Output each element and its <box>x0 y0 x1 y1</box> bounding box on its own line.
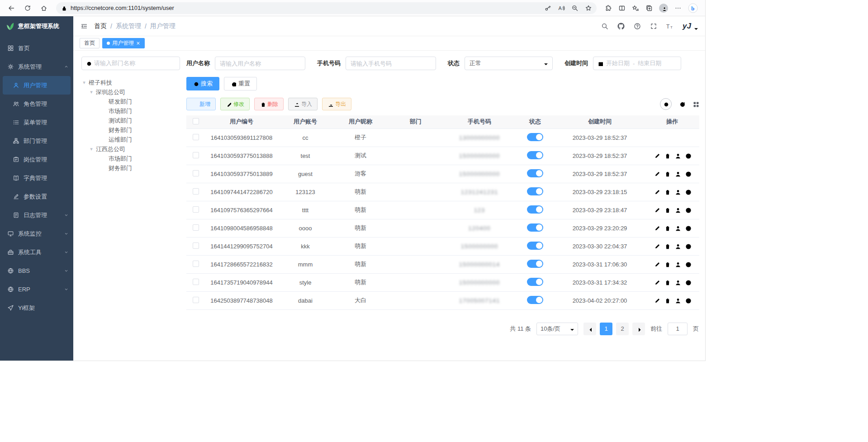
tree-node[interactable]: 运维部门 <box>81 135 180 144</box>
tree-node[interactable]: 研发部门 <box>81 97 180 106</box>
refresh-button[interactable] <box>21 2 34 14</box>
row-checkbox[interactable] <box>193 152 199 158</box>
status-toggle[interactable] <box>527 296 543 304</box>
row-delete-icon[interactable] <box>664 171 670 177</box>
sidebar-item-param[interactable]: 参数设置 <box>0 187 73 206</box>
row-edit-icon[interactable] <box>654 297 660 304</box>
assign-role-icon[interactable] <box>685 297 691 304</box>
row-delete-icon[interactable] <box>664 279 670 285</box>
reset-button[interactable]: 重置 <box>224 77 257 90</box>
page-size-select[interactable]: 10条/页 <box>536 323 578 335</box>
department-search-input[interactable]: 请输入部门名称 <box>81 57 180 70</box>
caret-down-icon[interactable]: ▾ <box>89 89 94 95</box>
favorites-bar-icon[interactable] <box>632 5 639 12</box>
column-settings-button[interactable] <box>693 101 699 107</box>
more-menu-icon[interactable] <box>674 5 682 12</box>
add-button[interactable]: 新增 <box>186 98 216 110</box>
reset-password-icon[interactable] <box>674 189 681 195</box>
sidebar-item-bbs[interactable]: BBS <box>0 261 73 280</box>
home-button[interactable] <box>37 2 51 14</box>
sidebar-item-yi[interactable]: Yi框架 <box>0 299 73 317</box>
phone-input[interactable] <box>346 57 436 70</box>
row-delete-icon[interactable] <box>664 261 670 267</box>
row-checkbox[interactable] <box>193 242 199 249</box>
assign-role-icon[interactable] <box>685 279 691 285</box>
header-search-icon[interactable] <box>601 23 608 30</box>
row-edit-icon[interactable] <box>654 261 660 267</box>
assign-role-icon[interactable] <box>685 189 691 195</box>
created-date-range[interactable]: 开始日期 - 结束日期 <box>593 57 681 70</box>
row-checkbox[interactable] <box>193 297 199 303</box>
tree-node[interactable]: ▾橙子科技 <box>81 78 180 87</box>
status-toggle[interactable] <box>527 260 543 268</box>
sidebar-item-erp[interactable]: ERP <box>0 280 73 299</box>
tree-node[interactable]: ▾江西总公司 <box>81 144 180 154</box>
font-size-icon[interactable]: TT <box>666 23 674 30</box>
breadcrumb-system[interactable]: 系统管理 <box>116 22 141 30</box>
tree-node[interactable]: ▾深圳总公司 <box>81 87 180 97</box>
zoom-out-icon[interactable] <box>571 5 579 12</box>
row-checkbox[interactable] <box>193 224 199 231</box>
sidebar-item-menu[interactable]: 菜单管理 <box>0 113 73 132</box>
status-toggle[interactable] <box>527 242 543 250</box>
sidebar-item-dict[interactable]: 字典管理 <box>0 169 73 187</box>
import-button[interactable]: 导入 <box>288 98 318 110</box>
username-input[interactable] <box>215 57 305 70</box>
tree-node[interactable]: 财务部门 <box>81 163 180 173</box>
row-delete-icon[interactable] <box>664 207 670 213</box>
tree-node[interactable]: 市场部门 <box>81 154 180 163</box>
fullscreen-icon[interactable] <box>650 23 657 30</box>
status-toggle[interactable] <box>527 133 543 141</box>
reset-password-icon[interactable] <box>674 243 681 249</box>
assign-role-icon[interactable] <box>685 171 691 177</box>
row-delete-icon[interactable] <box>664 243 670 249</box>
row-delete-icon[interactable] <box>664 152 670 159</box>
assign-role-icon[interactable] <box>685 152 691 159</box>
jump-page-input[interactable] <box>668 323 688 335</box>
extensions-icon[interactable] <box>605 5 612 12</box>
row-edit-icon[interactable] <box>654 243 660 249</box>
prev-page-button[interactable] <box>583 323 596 335</box>
edit-button[interactable]: 修改 <box>220 98 250 110</box>
tab-user-management[interactable]: 用户管理 <box>102 38 145 48</box>
page-button-2[interactable]: 2 <box>616 323 629 335</box>
row-checkbox[interactable] <box>193 261 199 267</box>
sidebar-item-dept[interactable]: 部门管理 <box>0 132 73 150</box>
status-toggle[interactable] <box>527 187 543 195</box>
add-favorite-icon[interactable] <box>585 5 592 12</box>
back-button[interactable] <box>5 2 18 14</box>
status-toggle[interactable] <box>527 151 543 159</box>
row-edit-icon[interactable] <box>654 207 660 213</box>
row-edit-icon[interactable] <box>654 189 660 195</box>
sidebar-item-log[interactable]: 日志管理 <box>0 206 73 224</box>
page-button-1[interactable]: 1 <box>600 323 612 335</box>
reset-password-icon[interactable] <box>674 297 681 304</box>
sidebar-item-monitor[interactable]: 系统监控 <box>0 224 73 243</box>
select-all-checkbox[interactable] <box>193 118 199 124</box>
copilot-bing-icon[interactable]: b <box>688 3 698 13</box>
breadcrumb-home[interactable]: 首页 <box>94 22 107 30</box>
help-icon[interactable] <box>634 23 641 30</box>
sidebar-item-tools[interactable]: 系统工具 <box>0 243 73 261</box>
read-aloud-icon[interactable]: A <box>558 5 565 12</box>
status-toggle[interactable] <box>527 223 543 232</box>
profile-avatar[interactable] <box>659 4 668 13</box>
sidebar-item-post[interactable]: 岗位管理 <box>0 150 73 169</box>
reset-password-icon[interactable] <box>674 261 681 267</box>
status-select[interactable]: 正常 <box>465 57 553 70</box>
tree-node[interactable]: 测试部门 <box>81 116 180 125</box>
assign-role-icon[interactable] <box>685 243 691 249</box>
caret-down-icon[interactable]: ▾ <box>81 80 87 86</box>
status-toggle[interactable] <box>527 205 543 214</box>
collections-icon[interactable] <box>645 5 653 12</box>
row-edit-icon[interactable] <box>654 279 660 285</box>
row-delete-icon[interactable] <box>664 225 670 231</box>
close-icon[interactable] <box>136 41 140 45</box>
delete-button[interactable]: 删除 <box>254 98 284 110</box>
row-edit-icon[interactable] <box>654 152 660 159</box>
user-menu[interactable]: yJ <box>683 22 698 31</box>
refresh-table-button[interactable] <box>679 101 685 107</box>
tree-node[interactable]: 财务部门 <box>81 125 180 135</box>
status-toggle[interactable] <box>527 169 543 177</box>
menu-fold-icon[interactable] <box>81 23 88 30</box>
